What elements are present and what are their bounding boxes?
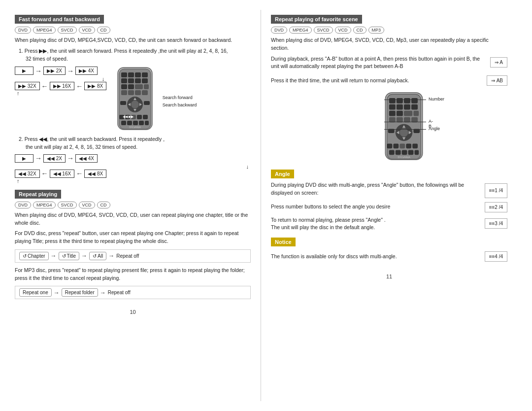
svg-rect-10 <box>121 84 127 89</box>
left-page-number: 10 <box>15 309 251 315</box>
angle-select-section: Press number buttons to select the angle… <box>271 200 507 214</box>
svg-rect-2 <box>121 72 127 77</box>
rp-disc-cd: CD <box>97 202 110 208</box>
arrow1: → <box>35 67 42 75</box>
svg-text:SYLVANIA: SYLVANIA <box>129 126 141 129</box>
svg-rect-44 <box>411 98 418 103</box>
number-line <box>384 100 426 100</box>
rp-disc-vcd: VCD <box>79 202 95 208</box>
svg-rect-52 <box>413 111 419 116</box>
angle1-text: ≡≡1 /4 <box>489 188 503 193</box>
svg-rect-16 <box>135 90 141 95</box>
sc-body-text1: When playing disc of DVD, MPEG4, SVCD, V… <box>271 36 507 52</box>
svg-rect-35 <box>145 121 149 125</box>
svg-rect-41 <box>389 98 396 103</box>
forward-row2: ▶▶ 32X ← ▶▶ 16X ← ▶▶ 8X <box>15 82 106 90</box>
number-annotation: Number <box>429 97 444 102</box>
fast-forward-header: Fast forward and fast backward <box>15 15 104 24</box>
rp-disc-mpeg4: MPEG4 <box>33 202 56 208</box>
svg-rect-67 <box>399 144 405 149</box>
angle1-display: ≡≡1 /4 <box>485 183 507 198</box>
arrow3: ← <box>41 82 48 90</box>
backward-row2: ◀◀ 32X ← ◀◀ 16X ← ◀◀ 8X <box>15 170 251 178</box>
display-a-text: ⇒ A <box>495 60 503 65</box>
svg-rect-12 <box>135 84 143 89</box>
page-container: Fast forward and fast backward DVD MPEG4… <box>0 0 532 411</box>
rw2x-box: ◀◀ 2X <box>43 154 66 163</box>
svg-rect-49 <box>389 111 396 116</box>
repeat-disc-labels: DVD MPEG4 SVCD VCD CD <box>15 202 251 208</box>
ff-disc-labels: DVD MPEG4 SVCD VCD CD <box>15 27 251 34</box>
title-box: ↺ Title <box>59 252 80 260</box>
angle-label2: Angle <box>429 126 440 131</box>
sc-disc-mpeg4: MPEG4 <box>289 27 312 34</box>
svg-rect-9 <box>142 78 148 83</box>
svg-rect-6 <box>121 78 127 83</box>
svg-text:◀◀: ◀◀ <box>123 115 128 118</box>
display-ab-text: ⇒ AB <box>491 78 503 83</box>
svg-rect-8 <box>135 78 141 83</box>
remote-right-section: SYLVANIA Number A-B Angle <box>300 92 507 162</box>
ab-line <box>384 122 426 122</box>
rw4x-box: ◀◀ 4X <box>75 154 98 163</box>
svg-rect-3 <box>128 72 134 77</box>
repeat-off-label2: Repeat off <box>108 290 131 295</box>
ff-step1-text: 1. Press ▶▶, the unit will search forwar… <box>19 48 228 54</box>
svg-rect-69 <box>412 144 418 149</box>
rw8x-box: ◀◀ 8X <box>84 170 106 178</box>
angle-content: During playing DVD disc with multi-angle… <box>271 181 507 200</box>
remote-forward: SYLVANIA ▶▶ ◀◀ Search forward Search bac… <box>115 67 155 132</box>
notice-body-text1: The function is available only for discs… <box>271 253 481 261</box>
svg-rect-46 <box>397 104 403 110</box>
repeat-off-label1: Repeat off <box>116 253 139 259</box>
angle-return-section: To return to normal playing, please pres… <box>271 216 507 232</box>
svg-rect-43 <box>404 98 410 103</box>
search-backward-label: Search backward <box>163 102 197 108</box>
angle-body-text2: Press number buttons to select the angle… <box>271 203 481 211</box>
svg-rect-15 <box>128 90 134 95</box>
sc-disc-mp3: MP3 <box>368 27 385 34</box>
notice-section: Notice The function is available only fo… <box>271 238 507 264</box>
svg-rect-31 <box>121 121 126 125</box>
angle-body-text3: To return to normal playing, please pres… <box>271 216 481 232</box>
ff4x-box: ▶▶ 4X <box>75 67 98 75</box>
rp-body-text2: For DVD disc, press "repeat" button, use… <box>15 230 251 245</box>
svg-rect-33 <box>133 121 138 125</box>
rp-body-text1: When playing disc of DVD, MPEG4, SVCD, V… <box>15 211 251 227</box>
display-ab-box: ⇒ AB <box>487 75 507 86</box>
display-a-box: ⇒ A <box>490 57 507 68</box>
arrow4: ← <box>76 82 83 90</box>
ab-section: During playback, press "A-B" button at a… <box>271 55 507 74</box>
backward-row1: ▶ → ◀◀ 2X → ◀◀ 4X <box>15 154 251 163</box>
notice-content: The function is available only for discs… <box>271 249 507 264</box>
arrow2: → <box>67 67 74 75</box>
svg-rect-25 <box>144 101 150 105</box>
sc-body-text3: Press it the third time, the unit will r… <box>271 77 483 85</box>
rp-body-text3: For MP3 disc, press "repeat" to repeat p… <box>15 267 251 282</box>
angle-annotation: Angle <box>429 126 440 131</box>
svg-text:▶▶: ▶▶ <box>129 115 134 118</box>
disc-dvd: DVD <box>15 27 31 34</box>
remote-right-container: SYLVANIA Number A-B Angle <box>382 92 426 162</box>
svg-rect-74 <box>415 150 419 155</box>
angle3-display: ≡≡3 /4 <box>485 218 507 229</box>
ab-return-section: Press it the third time, the unit will r… <box>271 73 507 88</box>
angle-line <box>384 129 426 130</box>
arrow-bw1: → <box>35 154 42 162</box>
svg-rect-11 <box>128 84 134 89</box>
svg-rect-42 <box>397 98 403 103</box>
svg-rect-7 <box>128 78 134 83</box>
angle-section: Angle During playing DVD disc with multi… <box>271 170 507 232</box>
angle2-display: ≡≡2 /4 <box>485 202 507 212</box>
play-box-bw: ▶ <box>15 154 33 163</box>
ff-body-text1: When playing disc of DVD, MPEG4,SVCD, VC… <box>15 36 251 44</box>
svg-rect-34 <box>139 121 144 125</box>
favorite-scene-section: Repeat playing of favorite scene DVD MPE… <box>271 15 507 162</box>
svg-point-19 <box>131 101 139 108</box>
forward-speed-section: ▶ → ▶▶ 2X → ▶▶ 4X ↓ ▶▶ 32X ← ▶▶ 16X <box>15 67 251 132</box>
rw32x-box: ◀◀ 32X <box>15 170 40 178</box>
arrow-up-left: ↑ <box>15 90 106 96</box>
right-page-number: 11 <box>271 274 507 279</box>
svg-rect-72 <box>402 150 407 155</box>
ff32x-box: ▶▶ 32X <box>15 82 40 90</box>
